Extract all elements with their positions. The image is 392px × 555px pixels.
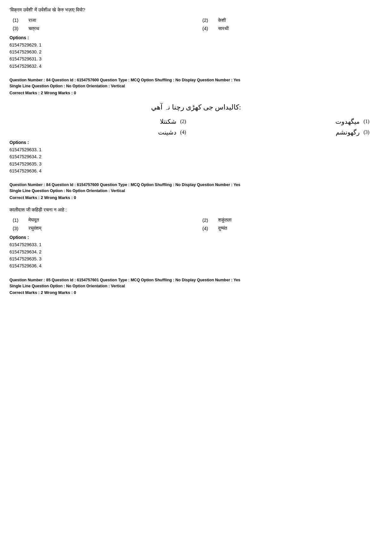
urdu-option-num-2-1: (1) bbox=[364, 119, 373, 124]
question-block-3: कालीदास जी कहिड़ी रचना न आहे : (1) मेघदू… bbox=[9, 206, 383, 295]
urdu-option-num-2-2: (2) bbox=[180, 119, 190, 124]
options-label-2: Options : bbox=[9, 140, 383, 145]
option-text-3-4: दुष्यंत bbox=[218, 225, 227, 231]
options-list-item-2-3: 61547529635. 3 bbox=[9, 160, 383, 167]
option-num-1-4: (4) bbox=[202, 26, 212, 31]
correct-marks-3: Correct Marks : 2 Wrong Marks : 0 bbox=[9, 290, 383, 295]
option-num-1-2: (2) bbox=[202, 17, 212, 23]
options-list-3: 61547529633. 1 61547529634. 2 6154752963… bbox=[9, 241, 383, 270]
option-num-3-2: (2) bbox=[202, 217, 212, 223]
options-list-item-2-2: 61547529634. 2 bbox=[9, 153, 383, 160]
question-block-1: 'विक्रम उर्वशी' में उर्वशीअ खे केरु भज़ा… bbox=[9, 6, 383, 95]
urdu-option-2-1: (1) میگهدوت bbox=[202, 118, 373, 125]
option-text-3-3: रघुवंशम् bbox=[28, 225, 41, 231]
option-3-1: (1) मेघदूत bbox=[13, 217, 190, 223]
correct-marks-2: Correct Marks : 2 Wrong Marks : 0 bbox=[9, 195, 383, 200]
options-list-1: 61547529629. 1 61547529630. 2 6154752963… bbox=[9, 41, 383, 70]
options-list-item-2-1: 61547529633. 1 bbox=[9, 146, 383, 153]
urdu-option-text-2-2: شکنتلا bbox=[160, 118, 176, 125]
meta-1: Question Number : 84 Question Id : 61547… bbox=[9, 75, 383, 89]
meta-3: Question Number : 85 Question Id : 61547… bbox=[9, 275, 383, 289]
meta-2: Question Number : 84 Question Id : 61547… bbox=[9, 179, 383, 194]
options-list-item-3-4: 61547529636. 4 bbox=[9, 262, 383, 269]
option-1-2: (2) केशी bbox=[202, 17, 379, 23]
urdu-option-text-2-4: دشینت bbox=[158, 128, 176, 136]
urdu-option-num-2-4: (4) bbox=[180, 129, 190, 135]
options-list-item-2-4: 61547529636. 4 bbox=[9, 167, 383, 174]
question-text-1: 'विक्रम उर्वशी' में उर्वशीअ खे केरु भज़ा… bbox=[9, 6, 383, 14]
option-1-4: (4) सारथी bbox=[202, 26, 379, 31]
urdu-option-text-2-3: رگهونشم bbox=[336, 128, 360, 136]
option-text-1-4: सारथी bbox=[218, 26, 229, 31]
urdu-options-grid-2: (1) میگهدوت (2) شکنتلا (3) رگهونشم (4) د… bbox=[9, 118, 383, 136]
option-3-4: (4) दुष्यंत bbox=[202, 225, 379, 231]
options-list-2: 61547529633. 1 61547529634. 2 6154752963… bbox=[9, 146, 383, 175]
options-list-item-1-2: 61547529630. 2 bbox=[9, 48, 383, 55]
options-list-item-1-4: 61547529632. 4 bbox=[9, 63, 383, 70]
options-list-item-3-2: 61547529634. 2 bbox=[9, 248, 383, 255]
options-list-item-1-3: 61547529631. 3 bbox=[9, 55, 383, 62]
option-num-3-4: (4) bbox=[202, 226, 212, 231]
options-list-item-3-3: 61547529635. 3 bbox=[9, 255, 383, 262]
question-text-2: کالیداس جی کھڑی رچنا نہ آهي: bbox=[9, 102, 383, 113]
option-3-3: (3) रघुवंशम् bbox=[13, 225, 190, 231]
options-grid-1: (1) राजा (2) केशी (3) चत्रथ (4) सारथी bbox=[9, 17, 383, 31]
question-text-3: कालीदास जी कहिड़ी रचना न आहे : bbox=[9, 206, 383, 214]
option-1-1: (1) राजा bbox=[13, 17, 190, 23]
options-list-item-1-1: 61547529629. 1 bbox=[9, 41, 383, 48]
option-num-1-3: (3) bbox=[13, 26, 22, 31]
urdu-option-text-2-1: میگهدوت bbox=[335, 118, 360, 125]
option-text-3-2: शकुंतला bbox=[218, 217, 231, 223]
options-list-item-3-1: 61547529633. 1 bbox=[9, 241, 383, 248]
option-num-1-1: (1) bbox=[13, 17, 22, 23]
option-text-1-3: चत्रथ bbox=[28, 26, 39, 31]
option-num-3-3: (3) bbox=[13, 226, 22, 231]
option-text-1-2: केशी bbox=[218, 17, 226, 23]
option-3-2: (2) शकुंतला bbox=[202, 217, 379, 223]
option-num-3-1: (1) bbox=[13, 217, 22, 223]
options-label-1: Options : bbox=[9, 35, 383, 40]
urdu-option-2-4: (4) دشینت bbox=[19, 128, 190, 136]
option-1-3: (3) चत्रथ bbox=[13, 26, 190, 31]
option-text-1-1: राजा bbox=[28, 17, 36, 23]
urdu-option-2-3: (3) رگهونشم bbox=[202, 128, 373, 136]
urdu-option-num-2-3: (3) bbox=[364, 129, 373, 135]
question-block-2: کالیداس جی کھڑی رچنا نہ آهي: (1) میگهدوت… bbox=[9, 102, 383, 200]
urdu-option-2-2: (2) شکنتلا bbox=[19, 118, 190, 125]
option-text-3-1: मेघदूत bbox=[28, 217, 39, 223]
options-label-3: Options : bbox=[9, 235, 383, 240]
correct-marks-1: Correct Marks : 2 Wrong Marks : 0 bbox=[9, 90, 383, 95]
options-grid-3: (1) मेघदूत (2) शकुंतला (3) रघुवंशम् (4) … bbox=[9, 217, 383, 231]
